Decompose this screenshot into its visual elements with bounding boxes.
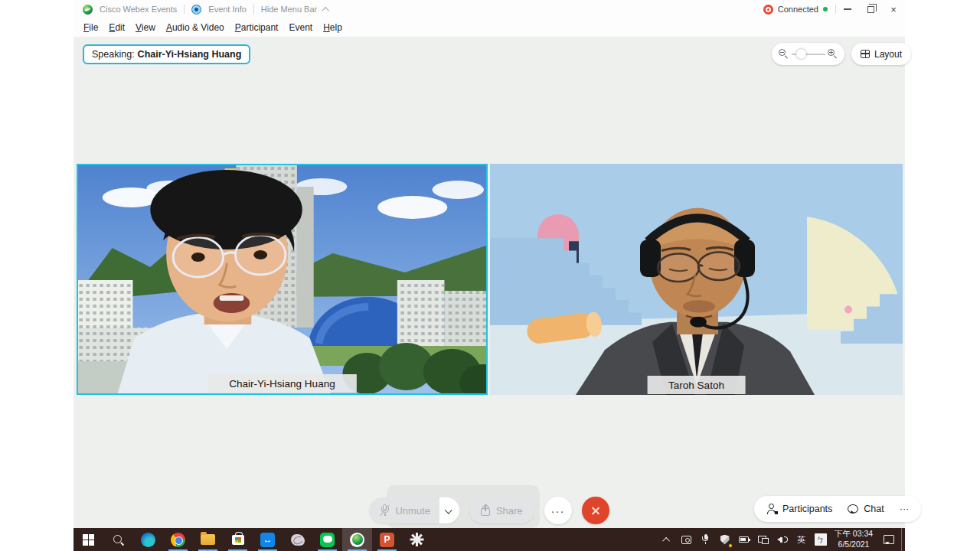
titlebar: Cisco Webex Events Event Info Hide Menu …	[74, 0, 905, 18]
unmute-button[interactable]: Unmute	[369, 497, 439, 523]
chevron-down-icon	[445, 506, 452, 514]
menu-help[interactable]: Help	[318, 19, 348, 36]
share-button[interactable]: Share	[469, 497, 534, 523]
chrome-icon	[171, 533, 185, 547]
webex-icon	[350, 533, 364, 547]
webex-window: Cisco Webex Events Event Info Hide Menu …	[74, 0, 905, 551]
menu-file[interactable]: File	[78, 19, 103, 36]
speaking-name: Chair-Yi-Hsiang Huang	[138, 49, 242, 60]
more-options-button[interactable]: ···	[544, 497, 572, 524]
minimize-button[interactable]	[836, 0, 859, 18]
layout-grid-icon	[861, 50, 870, 58]
unmute-label: Unmute	[395, 505, 430, 517]
zoom-slider-knob[interactable]	[796, 49, 806, 59]
hide-menu-bar-link[interactable]: Hide Menu Bar	[261, 5, 317, 14]
panel-buttons: Participants Chat ···	[754, 496, 921, 522]
folder-icon	[201, 534, 215, 545]
edge-icon	[141, 533, 155, 547]
chevron-up-icon	[662, 536, 670, 544]
connected-label: Connected	[778, 5, 818, 14]
video-tile-remote[interactable]: Taroh Satoh	[490, 164, 903, 395]
zoom-out-icon[interactable]	[779, 49, 789, 59]
taskbar-clock[interactable]: 下午 03:34 6/5/2021	[830, 529, 879, 549]
tray-microphone[interactable]	[696, 528, 715, 551]
windows-logo-icon	[83, 534, 94, 546]
app-title: Cisco Webex Events	[100, 5, 177, 14]
start-button[interactable]	[74, 528, 103, 551]
taskbar-app[interactable]	[283, 528, 312, 551]
participant-video	[78, 165, 486, 393]
taskbar-teamviewer[interactable]: ↔	[253, 528, 283, 551]
ime-language-label: 英	[797, 534, 805, 546]
more-panels-button[interactable]: ···	[892, 496, 917, 522]
tray-battery[interactable]	[734, 528, 753, 551]
warning-badge	[728, 543, 733, 548]
mic-muted-icon	[380, 504, 390, 517]
clock-time: 下午 03:34	[830, 529, 877, 540]
menu-edit[interactable]: Edit	[103, 19, 130, 36]
zoom-slider[interactable]	[792, 49, 825, 59]
chat-button[interactable]: Chat	[840, 496, 891, 522]
menu-audio-video[interactable]: Audio & Video	[161, 19, 230, 36]
system-tray: 英 ㄅ 下午 03:34 6/5/2021	[658, 528, 905, 551]
menu-event[interactable]: Event	[283, 19, 318, 36]
layout-button[interactable]: Layout	[851, 43, 911, 65]
chat-icon	[848, 504, 858, 514]
video-grid: Chair-Yi-Hsiang Huang	[74, 164, 905, 395]
separator	[253, 5, 254, 14]
action-center-button[interactable]	[879, 528, 898, 551]
taskbar-chrome[interactable]	[163, 528, 193, 551]
tray-volume[interactable]	[773, 528, 792, 551]
ime-mode-icon: ㄅ	[815, 533, 827, 546]
microphone-icon	[702, 534, 710, 545]
taskbar-settings[interactable]	[402, 528, 432, 551]
chevron-up-icon[interactable]	[322, 6, 329, 14]
brain-app-icon	[291, 534, 305, 546]
event-info-link[interactable]: Event Info	[208, 5, 247, 14]
shield-icon	[720, 535, 730, 545]
clock-date: 6/5/2021	[830, 540, 877, 550]
menu-participant[interactable]: Participant	[230, 19, 284, 36]
video-tile-active-speaker[interactable]: Chair-Yi-Hsiang Huang	[77, 164, 488, 395]
participants-button[interactable]: Participants	[759, 496, 840, 522]
taskbar-ms-store[interactable]	[223, 528, 253, 551]
tray-defender[interactable]	[715, 528, 734, 551]
speaker-icon	[777, 535, 787, 544]
windows-taskbar: ↔ P 英 ㄅ 下午 03:34 6/5/2021	[74, 528, 905, 551]
close-button[interactable]: ×	[882, 0, 905, 18]
taskbar-search-button[interactable]	[103, 528, 133, 551]
line-messenger-icon	[320, 533, 335, 547]
speaking-prefix: Speaking:	[92, 49, 135, 60]
participant-video	[490, 164, 903, 395]
maximize-button[interactable]	[859, 0, 882, 18]
participant-name-tag: Taroh Satoh	[647, 376, 746, 394]
close-icon	[590, 506, 600, 516]
taskbar-edge[interactable]	[133, 528, 163, 551]
taskbar-line[interactable]	[312, 528, 342, 551]
taskbar-powerpoint[interactable]: P	[372, 528, 402, 551]
menubar: File Edit View Audio & Video Participant…	[74, 18, 905, 37]
separator	[184, 5, 185, 14]
audio-options-button[interactable]	[439, 497, 459, 523]
event-info-icon[interactable]	[191, 5, 201, 15]
leave-meeting-button[interactable]	[582, 497, 609, 524]
participant-name-tag: Chair-Yi-Hsiang Huang	[207, 374, 356, 393]
zoom-in-icon[interactable]	[828, 49, 838, 59]
show-desktop-button[interactable]	[901, 528, 905, 551]
tray-ime-language[interactable]: 英	[792, 528, 811, 551]
gear-icon	[410, 533, 423, 546]
store-bag-icon	[232, 535, 244, 545]
more-icon: ···	[551, 504, 565, 517]
menu-view[interactable]: View	[130, 19, 161, 36]
taskbar-file-explorer[interactable]	[193, 528, 223, 551]
speaking-indicator: Speaking: Chair-Yi-Hsiang Huang	[83, 44, 250, 64]
powerpoint-icon: P	[380, 533, 394, 547]
chat-label: Chat	[864, 504, 884, 514]
tray-network[interactable]	[753, 528, 773, 551]
tray-ime-mode[interactable]: ㄅ	[811, 528, 830, 551]
share-icon	[481, 505, 491, 516]
taskbar-webex-active[interactable]	[342, 528, 372, 551]
network-icon	[758, 536, 769, 544]
tray-device-icon[interactable]	[677, 528, 696, 551]
tray-overflow-button[interactable]	[658, 528, 677, 551]
